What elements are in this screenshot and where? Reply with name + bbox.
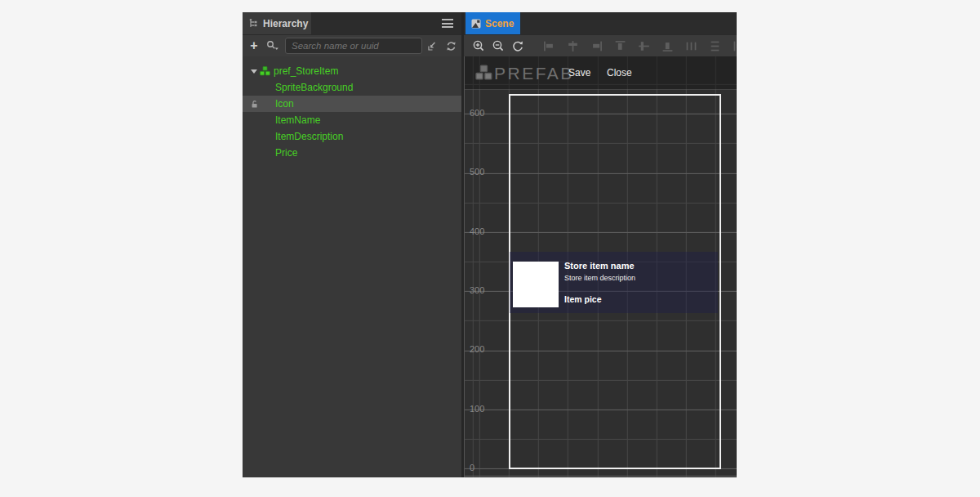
node-label: ItemName bbox=[243, 114, 320, 126]
scene-tab-label: Scene bbox=[485, 18, 514, 29]
reset-view-icon[interactable] bbox=[511, 39, 525, 53]
node-label: Price bbox=[243, 147, 297, 159]
tree-row-price[interactable]: Price bbox=[243, 145, 461, 161]
align-right-icon[interactable] bbox=[585, 40, 608, 52]
refresh-icon[interactable] bbox=[445, 40, 457, 52]
prefab-cubes-icon bbox=[475, 65, 492, 81]
tree-row-spritebackground[interactable]: SpriteBackground bbox=[243, 79, 461, 96]
scene-viewport[interactable]: 600 500 400 300 200 100 0 Store item nam… bbox=[464, 56, 737, 477]
search-filter-icon[interactable] bbox=[266, 40, 278, 51]
distribute-v-icon[interactable] bbox=[703, 40, 727, 52]
tree-row-itemname[interactable]: ItemName bbox=[243, 112, 461, 128]
scene-image-icon bbox=[471, 19, 481, 29]
align-hcenter-icon[interactable] bbox=[561, 40, 585, 52]
prefab-mode-bar: PREFAB Save Close bbox=[465, 56, 737, 90]
unlock-icon[interactable] bbox=[251, 100, 260, 109]
collapse-all-icon[interactable] bbox=[426, 40, 439, 52]
prefab-mode-title: PREFAB bbox=[494, 64, 574, 83]
tab-hierarchy[interactable]: Hierarchy bbox=[243, 12, 311, 34]
hierarchy-toolbar: + bbox=[243, 34, 461, 56]
hierarchy-panel: Hierarchy + bbox=[243, 12, 461, 477]
prefab-cubes-icon bbox=[260, 66, 270, 76]
distribute-h-icon[interactable] bbox=[679, 40, 703, 52]
scene-panel: Scene bbox=[464, 12, 737, 477]
align-bottom-icon[interactable] bbox=[656, 40, 679, 52]
tree-row-itemdescription[interactable]: ItemDescription bbox=[243, 128, 461, 145]
add-node-icon[interactable]: + bbox=[247, 38, 261, 53]
ruler-label: 400 bbox=[470, 226, 484, 236]
expand-caret-icon[interactable] bbox=[251, 69, 257, 74]
align-vcenter-icon[interactable] bbox=[632, 40, 656, 52]
stretch-icon[interactable] bbox=[727, 40, 737, 52]
hierarchy-tree-icon bbox=[249, 19, 259, 29]
hierarchy-tree: pref_StoreItem SpriteBackground Icon Ite… bbox=[243, 56, 461, 161]
ruler-label: 500 bbox=[470, 167, 484, 177]
ruler-label: 200 bbox=[470, 344, 484, 354]
node-label: ItemDescription bbox=[243, 131, 343, 142]
search-input[interactable] bbox=[285, 38, 422, 54]
tab-scene[interactable]: Scene bbox=[466, 12, 520, 34]
save-button[interactable]: Save bbox=[568, 67, 590, 78]
item-price-label[interactable]: Item pice bbox=[564, 294, 602, 304]
ruler-label: 600 bbox=[470, 108, 484, 118]
hierarchy-tabbar: Hierarchy bbox=[243, 12, 461, 34]
scene-tabbar: Scene bbox=[464, 12, 737, 34]
hierarchy-tab-label: Hierarchy bbox=[263, 18, 308, 29]
editor-workspace: Hierarchy + bbox=[243, 12, 737, 477]
align-left-icon[interactable] bbox=[537, 40, 561, 52]
ruler-label: 100 bbox=[470, 404, 484, 414]
ruler-label: 0 bbox=[470, 463, 474, 472]
zoom-in-icon[interactable] bbox=[472, 39, 486, 53]
node-label: SpriteBackground bbox=[243, 82, 353, 93]
item-name-label[interactable]: Store item name bbox=[564, 261, 635, 271]
panel-menu-icon[interactable] bbox=[442, 19, 453, 28]
zoom-out-icon[interactable] bbox=[492, 39, 506, 53]
tree-row-icon[interactable]: Icon bbox=[243, 96, 461, 112]
close-button[interactable]: Close bbox=[607, 67, 632, 78]
tree-row-pref-storeitem[interactable]: pref_StoreItem bbox=[243, 63, 461, 79]
icon-sprite-node[interactable] bbox=[513, 262, 559, 307]
align-top-icon[interactable] bbox=[608, 40, 632, 52]
scene-toolbar bbox=[464, 34, 737, 56]
ruler-label: 300 bbox=[470, 285, 484, 295]
item-description-label[interactable]: Store item description bbox=[564, 274, 635, 282]
